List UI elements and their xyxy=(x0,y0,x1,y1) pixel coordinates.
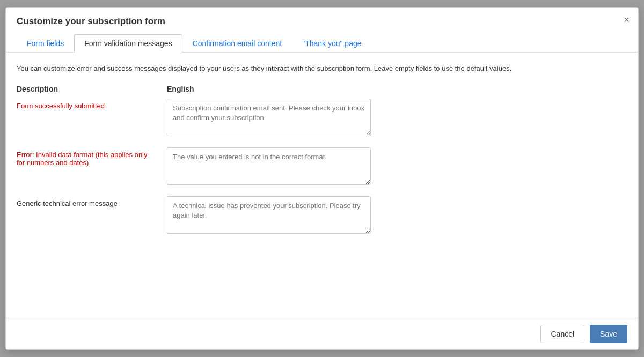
form-row-success: Form successfully submitted xyxy=(17,99,627,138)
textarea-generic-technical-error-message[interactable] xyxy=(167,196,371,234)
label-generic-technical-error-message: Generic technical error message xyxy=(17,196,167,207)
modal-title: Customize your subscription form xyxy=(17,16,627,27)
modal-header: Customize your subscription form × Form … xyxy=(6,8,638,53)
label-error-invalid-data-format: Error: Invalid data format (this applies… xyxy=(17,147,167,167)
modal-close-button[interactable]: × xyxy=(624,15,630,25)
tab-form-validation-messages[interactable]: Form validation messages xyxy=(74,34,182,53)
form-row-invalid-data-format: Error: Invalid data format (this applies… xyxy=(17,147,627,187)
modal-footer: Cancel Save xyxy=(6,318,638,349)
tab-form-fields[interactable]: Form fields xyxy=(17,34,74,53)
input-form-successfully-submitted xyxy=(167,99,371,138)
modal-overlay: Customize your subscription form × Form … xyxy=(0,0,644,357)
textarea-form-successfully-submitted[interactable] xyxy=(167,99,371,136)
modal: Customize your subscription form × Form … xyxy=(5,7,639,350)
label-form-successfully-submitted: Form successfully submitted xyxy=(17,99,167,110)
tabs-container: Form fields Form validation messages Con… xyxy=(17,34,627,52)
modal-body: You can customize error and success mess… xyxy=(6,53,638,318)
input-generic-technical-error-message xyxy=(167,196,371,235)
table-header-english: English xyxy=(167,85,627,93)
tab-thank-you-page[interactable]: "Thank you" page xyxy=(292,34,371,53)
table-header-row: Description English xyxy=(17,85,627,93)
description-text: You can customize error and success mess… xyxy=(17,63,627,74)
input-error-invalid-data-format xyxy=(167,147,371,187)
cancel-button[interactable]: Cancel xyxy=(540,325,584,343)
form-row-generic-technical-error: Generic technical error message xyxy=(17,196,627,235)
save-button[interactable]: Save xyxy=(590,325,627,343)
textarea-error-invalid-data-format[interactable] xyxy=(167,147,371,185)
tab-confirmation-email-content[interactable]: Confirmation email content xyxy=(182,34,292,53)
table-header-description: Description xyxy=(17,85,167,93)
